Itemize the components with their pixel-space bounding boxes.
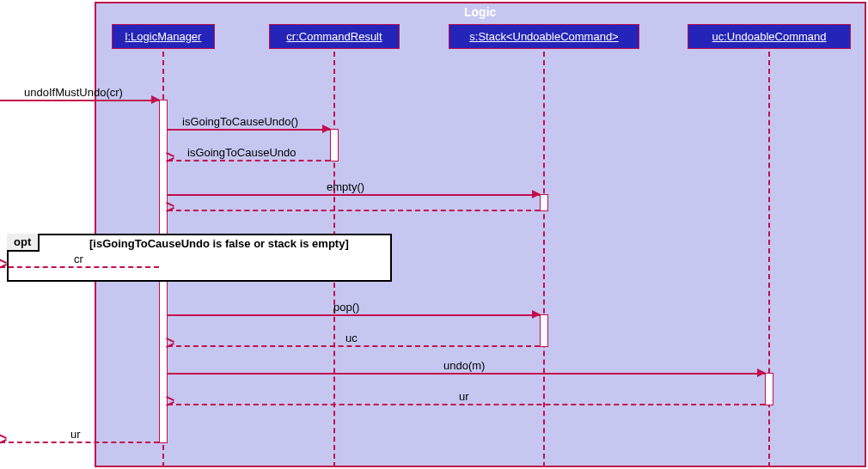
lifeline-head-stack: s:Stack<UndoableCommand>: [449, 24, 639, 49]
activation-undoablecommand: [765, 373, 773, 405]
arrowhead-cr-return: [0, 263, 9, 271]
label-isgoingtocauseundo-call: isGoingToCauseUndo(): [182, 115, 298, 128]
arrow-empty-return: [168, 210, 540, 211]
arrowhead-empty-call: [532, 190, 541, 198]
opt-label: opt: [7, 234, 40, 252]
arrow-undoifmustundo: [0, 100, 159, 101]
arrow-cr-return: [0, 266, 159, 268]
label-undo-call: undo(m): [443, 359, 485, 372]
arrowhead-undoifmustundo: [151, 95, 160, 104]
arrowhead-pop-call: [532, 310, 541, 319]
arrow-isgoingtocauseundo-call: [168, 129, 330, 131]
label-empty-call: empty(): [327, 180, 364, 193]
arrow-ur-return-2: [0, 442, 159, 443]
arrowhead-ur-return-2: [0, 438, 9, 447]
arrowhead-uc-return: [168, 342, 176, 350]
arrowhead-empty-return: [168, 206, 176, 215]
lifeline-head-logicmanager: l:LogicManager: [112, 24, 215, 49]
arrowhead-isgoingtocauseundo-return: [168, 156, 176, 165]
label-pop-call: pop(): [333, 301, 359, 314]
label-isgoingtocauseundo-return: isGoingToCauseUndo: [187, 146, 296, 159]
activation-stack-2: [540, 314, 548, 347]
arrowhead-ur-return-1: [168, 400, 176, 409]
arrow-ur-return-1: [168, 404, 765, 405]
lifeline-head-commandresult: cr:CommandResult: [269, 24, 400, 49]
arrow-uc-return: [168, 345, 540, 347]
lifeline-head-undoablecommand: uc:UndoableCommand: [688, 24, 851, 49]
label-undoifmustundo: undoIfMustUndo(cr): [24, 86, 123, 99]
label-ur-return-1: ur: [459, 390, 469, 403]
arrowhead-isgoingtocauseundo-call: [322, 125, 331, 133]
arrow-empty-call: [168, 194, 540, 196]
arrow-isgoingtocauseundo-return: [168, 160, 330, 161]
label-uc-return: uc: [345, 332, 358, 344]
arrowhead-undo-call: [757, 368, 766, 377]
arrow-undo-call: [168, 373, 765, 375]
label-cr-return: cr: [74, 253, 83, 265]
activation-stack-1: [540, 194, 548, 211]
activation-commandresult: [330, 129, 339, 161]
opt-guard: [isGoingToCauseUndo is false or stack is…: [89, 237, 349, 250]
arrow-pop-call: [168, 314, 540, 316]
frame-title: Logic: [464, 5, 496, 19]
label-ur-return-2: ur: [70, 428, 81, 441]
